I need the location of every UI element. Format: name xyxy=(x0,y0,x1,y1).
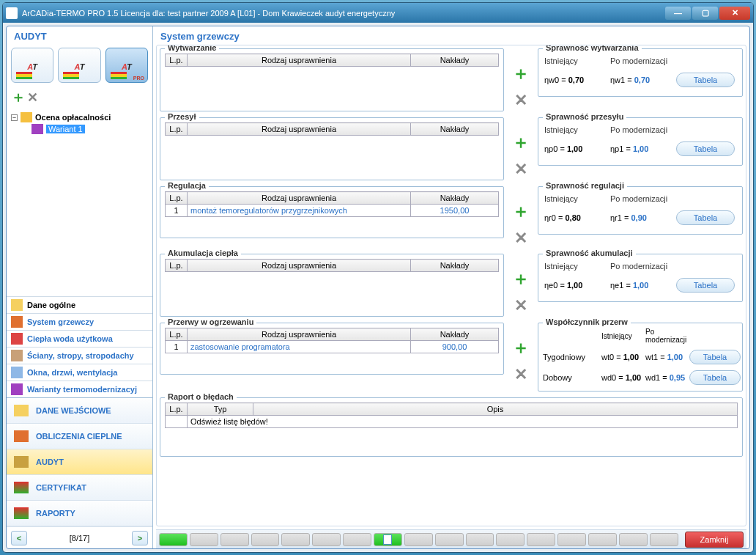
mode-at-1[interactable]: AT xyxy=(11,48,53,83)
pencil-icon xyxy=(14,405,29,416)
module-obliczenia[interactable]: OBLICZENIA CIEPLNE xyxy=(7,424,152,449)
status-cell[interactable] xyxy=(496,533,525,546)
window-icon xyxy=(11,367,23,378)
module-audyt[interactable]: AUDYT xyxy=(7,449,152,475)
status-cell[interactable] xyxy=(588,533,617,546)
main-title: System grzewczy xyxy=(153,26,749,45)
stripes-icon xyxy=(16,72,32,79)
wall-icon xyxy=(11,350,23,361)
module-buttons: DANE WEJŚCIOWE OBLICZENIA CIEPLNE AUDYT … xyxy=(7,397,152,526)
del-row-regulacja[interactable]: ✕ xyxy=(511,229,530,248)
folder-icon xyxy=(21,112,32,122)
nav-okna[interactable]: Okna, drzwi, wentylacja xyxy=(7,364,152,381)
status-cell[interactable] xyxy=(312,533,341,546)
status-cell[interactable] xyxy=(404,533,433,546)
add-row-akumulacja[interactable]: ＋ xyxy=(511,267,530,290)
status-current-cell[interactable] xyxy=(374,533,402,546)
status-cell[interactable] xyxy=(190,533,218,546)
status-cell[interactable] xyxy=(281,533,310,546)
nav-sciany[interactable]: Ściany, stropy, stropodachy xyxy=(7,347,152,364)
mode-at-pro[interactable]: AT PRO xyxy=(105,48,148,83)
zamknij-button[interactable]: Zamknij xyxy=(685,532,744,548)
heating-icon xyxy=(11,316,23,328)
nav-warianty[interactable]: Warianty termomodernizacyj xyxy=(7,381,152,397)
tabela-akumulacja[interactable]: Tabela xyxy=(676,278,735,293)
nav-system-grzewczy[interactable]: System grzewczy xyxy=(7,313,152,330)
status-cell[interactable] xyxy=(527,533,555,546)
section-przesyl: Przesył L.p.Rodzaj usprawnieniaNakłady xyxy=(160,117,504,180)
status-bar: Zamknij xyxy=(156,529,746,548)
tree-add-icon[interactable]: ＋ xyxy=(11,87,26,107)
table-row: 1zastosowanie programatora900,00 xyxy=(166,341,499,353)
close-button[interactable]: ✕ xyxy=(719,7,750,20)
variant-tree: − Ocena opłacalności Wariant 1 xyxy=(7,109,152,138)
table-row: 1montaż temoregulatorów przygrzejnikowyc… xyxy=(166,205,499,217)
window-title: ArCADia-TERMO PRO 1.5 Licencja dla: test… xyxy=(22,9,395,18)
nav-ciepla-woda[interactable]: Ciepła woda użytkowa xyxy=(7,330,152,347)
variant-icon xyxy=(32,124,43,134)
module-raporty[interactable]: RAPORTY xyxy=(7,501,152,526)
table-wytwarzanie: L.p.Rodzaj usprawnieniaNakłady xyxy=(165,54,499,67)
status-cell[interactable] xyxy=(159,533,188,546)
table-regulacja[interactable]: L.p.Rodzaj usprawnieniaNakłady 1montaż t… xyxy=(165,191,499,217)
del-row-akumulacja[interactable]: ✕ xyxy=(511,296,530,315)
del-row-przesyl[interactable]: ✕ xyxy=(511,160,530,179)
panel-sprawnosc-wytwarzania: Sprawność wytwarzania Istniejący Po mode… xyxy=(538,48,743,97)
module-certyfikat[interactable]: CERTYFIKAT xyxy=(7,475,152,501)
mode-strip: AT AT AT PRO xyxy=(7,45,152,86)
status-cell[interactable] xyxy=(466,533,494,546)
variants-icon xyxy=(11,383,23,395)
stripes-icon xyxy=(63,72,79,79)
panel-wspolczynnik-przerw: Współczynnik przerw IstniejącyPo moderni… xyxy=(538,323,743,392)
tabela-przesyl[interactable]: Tabela xyxy=(676,141,735,156)
add-row-przerwy[interactable]: ＋ xyxy=(511,336,530,359)
tree-variant-1[interactable]: Wariant 1 xyxy=(11,123,148,135)
sidebar: AUDYT AT AT AT PRO ＋ ✕ xyxy=(7,26,153,548)
sidebar-title: AUDYT xyxy=(7,26,152,45)
del-row-wytwarzanie[interactable]: ✕ xyxy=(511,91,530,110)
section-raport: Raport o błędach L.p.TypOpis Odśwież lis… xyxy=(160,397,743,457)
nav-dane-ogolne[interactable]: Dane ogólne xyxy=(7,296,152,313)
tree-root[interactable]: − Ocena opłacalności xyxy=(11,111,148,123)
maximize-button[interactable]: ▢ xyxy=(692,7,718,20)
add-row-przesyl[interactable]: ＋ xyxy=(511,131,530,154)
tree-del-icon[interactable]: ✕ xyxy=(27,89,38,106)
table-przerwy[interactable]: L.p.Rodzaj usprawnieniaNakłady 1zastosow… xyxy=(165,328,499,353)
page-icon xyxy=(383,534,392,545)
app-window: ArCADia-TERMO PRO 1.5 Licencja dla: test… xyxy=(2,2,754,553)
nav-list: Dane ogólne System grzewczy Ciepła woda … xyxy=(7,296,152,397)
tabela-wytwarzanie[interactable]: Tabela xyxy=(676,73,735,87)
add-row-wytwarzanie[interactable]: ＋ xyxy=(511,62,530,85)
page-indicator: [8/17] xyxy=(32,534,127,543)
del-row-przerwy[interactable]: ✕ xyxy=(511,365,530,384)
app-icon xyxy=(6,7,18,19)
section-przerwy: Przerwy w ogrzewaniu L.p.Rodzaj usprawni… xyxy=(160,323,504,375)
doc-icon xyxy=(11,299,23,311)
pager: < [8/17] > xyxy=(7,526,152,548)
stripes-icon xyxy=(111,72,127,79)
page-prev[interactable]: < xyxy=(11,531,27,545)
tabela-regulacja[interactable]: Tabela xyxy=(676,210,735,225)
section-regulacja: Regulacja L.p.Rodzaj usprawnieniaNakłady… xyxy=(160,186,504,238)
page-next[interactable]: > xyxy=(132,531,148,545)
tabela-tygodniowy[interactable]: Tabela xyxy=(689,350,741,364)
status-cell[interactable] xyxy=(343,533,371,546)
add-row-regulacja[interactable]: ＋ xyxy=(511,199,530,223)
mode-at-2[interactable]: AT xyxy=(58,48,100,83)
section-wytwarzanie: Wytwarzanie L.p.Rodzaj usprawnieniaNakła… xyxy=(160,48,504,111)
tabela-dobowy[interactable]: Tabela xyxy=(689,370,741,385)
report-icon xyxy=(14,507,29,519)
section-akumulacja: Akumulacja ciepła L.p.Rodzaj usprawnieni… xyxy=(160,254,504,317)
status-cell[interactable] xyxy=(220,533,249,546)
titlebar: ArCADia-TERMO PRO 1.5 Licencja dla: test… xyxy=(3,3,753,23)
status-cell[interactable] xyxy=(650,533,678,546)
calc-icon xyxy=(14,430,29,442)
status-cell[interactable] xyxy=(557,533,586,546)
status-cell[interactable] xyxy=(251,533,280,546)
cert-icon xyxy=(14,482,29,493)
status-cell[interactable] xyxy=(435,533,464,546)
module-dane[interactable]: DANE WEJŚCIOWE xyxy=(7,398,152,424)
minimize-button[interactable]: — xyxy=(665,7,691,20)
water-icon xyxy=(11,333,23,345)
status-cell[interactable] xyxy=(619,533,648,546)
